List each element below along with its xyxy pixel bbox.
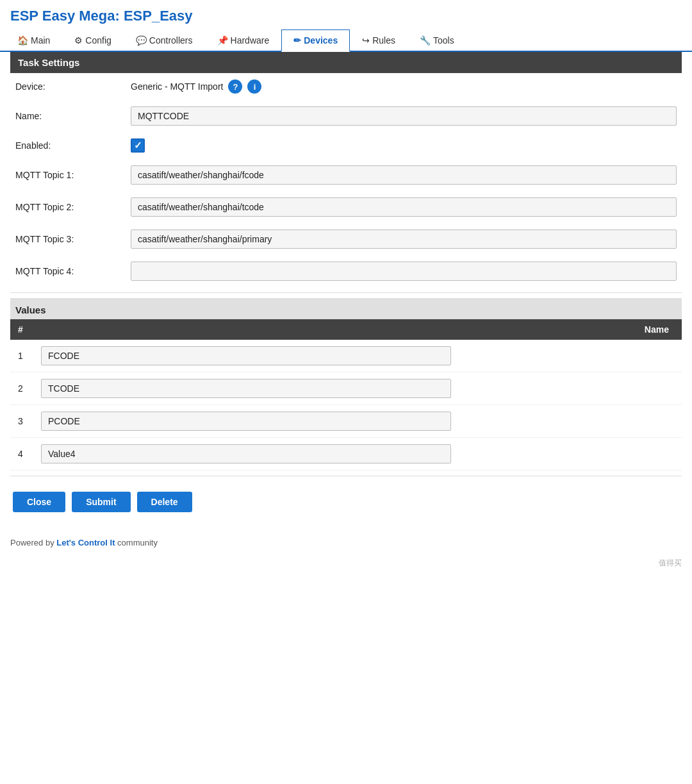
col-header-name: Name xyxy=(36,319,682,340)
table-row: 2 xyxy=(10,372,682,405)
values-section-label: Values xyxy=(10,298,682,319)
hardware-icon: 📌 xyxy=(217,35,228,46)
device-value: Generic - MQTT Import xyxy=(131,81,223,92)
rules-icon: ↪ xyxy=(362,35,370,46)
enabled-checkbox[interactable] xyxy=(131,138,145,153)
tools-icon: 🔧 xyxy=(420,35,431,46)
close-button[interactable]: Close xyxy=(13,492,65,512)
name-row: Name: xyxy=(10,100,682,132)
footer: Powered by Let's Control It community xyxy=(0,528,692,553)
device-label: Device: xyxy=(10,73,126,100)
row-input-cell-3 xyxy=(36,405,682,438)
footer-link[interactable]: Let's Control It xyxy=(56,538,115,547)
tab-controllers-label: Controllers xyxy=(149,35,193,46)
name-input[interactable] xyxy=(131,106,677,126)
tab-tools-label: Tools xyxy=(433,35,454,46)
value-input-4[interactable] xyxy=(41,444,451,463)
values-divider xyxy=(10,476,682,476)
tab-hardware-label: Hardware xyxy=(231,35,270,46)
footer-suffix: community xyxy=(115,538,157,547)
row-number-2: 2 xyxy=(10,372,36,405)
mqtt-topic4-label: MQTT Topic 4: xyxy=(10,255,126,287)
tab-hardware[interactable]: 📌 Hardware xyxy=(205,29,282,51)
info-badge[interactable]: i xyxy=(247,79,261,94)
row-number-3: 3 xyxy=(10,405,36,438)
tab-rules[interactable]: ↪ Rules xyxy=(350,29,408,51)
mqtt-topic3-input[interactable] xyxy=(131,229,677,249)
table-row: 4 xyxy=(10,438,682,471)
mqtt-topic1-input[interactable] xyxy=(131,165,677,185)
question-badge[interactable]: ? xyxy=(228,79,242,94)
row-number-4: 4 xyxy=(10,438,36,471)
col-header-hash: # xyxy=(10,319,36,340)
devices-icon: ✏ xyxy=(293,35,301,46)
value-input-2[interactable] xyxy=(41,379,451,398)
enabled-row: Enabled: xyxy=(10,132,682,159)
mqtt-topic4-input[interactable] xyxy=(131,262,677,281)
device-info: Generic - MQTT Import ? i xyxy=(131,79,677,94)
nav-bar: 🏠 Main ⚙ Config 💬 Controllers 📌 Hardware… xyxy=(0,29,692,52)
watermark: 值得买 xyxy=(0,553,692,574)
tab-devices[interactable]: ✏ Devices xyxy=(281,29,350,52)
values-table-header-row: # Name xyxy=(10,319,682,340)
device-row: Device: Generic - MQTT Import ? i xyxy=(10,73,682,100)
row-input-cell-2 xyxy=(36,372,682,405)
row-input-cell-1 xyxy=(36,340,682,372)
tab-main-label: Main xyxy=(31,35,50,46)
value-input-1[interactable] xyxy=(41,346,451,365)
main-content: Task Settings Device: Generic - MQTT Imp… xyxy=(0,52,692,528)
page-title: ESP Easy Mega: ESP_Easy xyxy=(0,0,692,29)
values-table: # Name 1 2 3 4 xyxy=(10,319,682,471)
enabled-label: Enabled: xyxy=(10,132,126,159)
row-number-1: 1 xyxy=(10,340,36,372)
controllers-icon: 💬 xyxy=(136,35,147,46)
delete-button[interactable]: Delete xyxy=(137,492,192,512)
mqtt-topic1-label: MQTT Topic 1: xyxy=(10,159,126,191)
section-divider xyxy=(10,292,682,293)
tab-config-label: Config xyxy=(85,35,111,46)
task-settings-form: Device: Generic - MQTT Import ? i Name: xyxy=(10,73,682,287)
table-row: 1 xyxy=(10,340,682,372)
tab-devices-label: Devices xyxy=(304,35,338,46)
mqtt-topic2-label: MQTT Topic 2: xyxy=(10,191,126,223)
button-row: Close Submit Delete xyxy=(10,481,682,517)
mqtt-topic3-row: MQTT Topic 3: xyxy=(10,223,682,255)
mqtt-topic2-row: MQTT Topic 2: xyxy=(10,191,682,223)
task-settings-header: Task Settings xyxy=(10,52,682,73)
row-input-cell-4 xyxy=(36,438,682,471)
tab-config[interactable]: ⚙ Config xyxy=(62,29,123,51)
table-row: 3 xyxy=(10,405,682,438)
tab-main[interactable]: 🏠 Main xyxy=(5,29,62,51)
mqtt-topic2-input[interactable] xyxy=(131,197,677,217)
home-icon: 🏠 xyxy=(17,35,28,46)
config-icon: ⚙ xyxy=(74,35,83,46)
mqtt-topic3-label: MQTT Topic 3: xyxy=(10,223,126,255)
tab-tools[interactable]: 🔧 Tools xyxy=(408,29,466,51)
submit-button[interactable]: Submit xyxy=(72,492,130,512)
name-label: Name: xyxy=(10,100,126,132)
tab-rules-label: Rules xyxy=(372,35,395,46)
mqtt-topic4-row: MQTT Topic 4: xyxy=(10,255,682,287)
watermark-text: 值得买 xyxy=(659,558,682,567)
value-input-3[interactable] xyxy=(41,412,451,431)
footer-text: Powered by xyxy=(10,538,56,547)
tab-controllers[interactable]: 💬 Controllers xyxy=(124,29,205,51)
mqtt-topic1-row: MQTT Topic 1: xyxy=(10,159,682,191)
